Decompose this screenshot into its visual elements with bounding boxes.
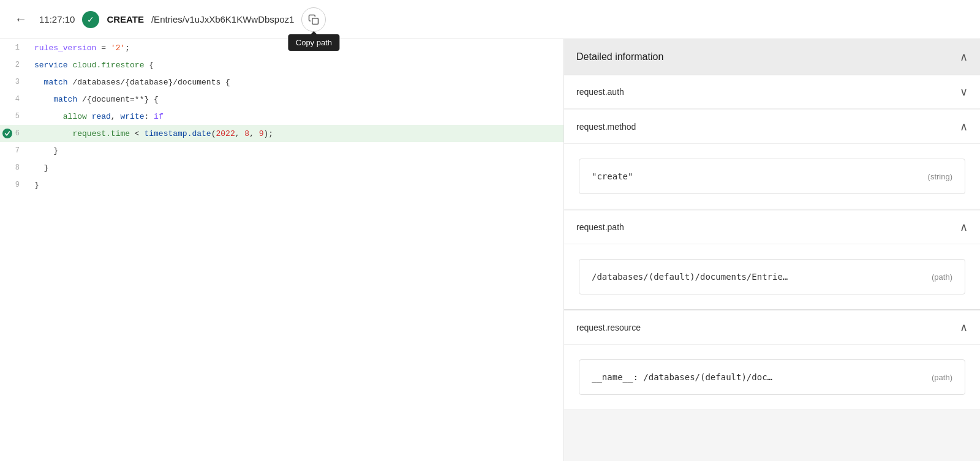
line-indicator (2, 129, 12, 138)
request-method-section: request.method ∧ "create" (string) (564, 110, 980, 209)
code-table: 1 rules_version = '2'; 2 service cloud.f… (0, 39, 564, 193)
path-label: /Entries/v1uJxXb6K1KWwDbspoz1 (151, 14, 294, 24)
line-code: rules_version = '2'; (29, 39, 564, 56)
request-method-value: "create" (592, 171, 633, 181)
code-line-7: 7 } (0, 142, 564, 159)
line-code: match /databases/{database}/documents { (29, 73, 564, 91)
request-method-body: "create" (string) (564, 144, 980, 209)
line-code: request.time < timestamp.date(2022, 8, 9… (29, 125, 564, 142)
request-method-chevron: ∧ (960, 120, 968, 133)
line-number: 3 (0, 73, 29, 91)
line-number: 4 (0, 91, 29, 108)
request-resource-section: request.resource ∧ __name__: /databases/… (564, 311, 980, 410)
request-path-chevron: ∧ (960, 220, 968, 234)
line-number: 1 (0, 39, 29, 56)
request-auth-chevron: ∨ (960, 85, 968, 99)
detailed-information-title: Detailed information (576, 51, 663, 62)
line-number: 2 (0, 56, 29, 73)
svg-rect-0 (312, 18, 318, 24)
code-line-3: 3 match /databases/{database}/documents … (0, 73, 564, 91)
request-method-type: (string) (928, 172, 952, 181)
line-code: } (29, 176, 564, 193)
request-resource-chevron: ∧ (960, 321, 968, 334)
status-icon: ✓ (82, 11, 99, 28)
line-code: match /{document=**} { (29, 91, 564, 108)
line-number: 8 (0, 159, 29, 176)
request-method-header[interactable]: request.method ∧ (564, 110, 980, 144)
request-resource-type: (path) (932, 373, 952, 382)
code-panel: 1 rules_version = '2'; 2 service cloud.f… (0, 39, 564, 461)
detailed-information-header[interactable]: Detailed information ∧ (564, 39, 980, 75)
request-resource-body: __name__: /databases/(default)/doc… (pat… (564, 345, 980, 410)
request-path-section: request.path ∧ /databases/(default)/docu… (564, 211, 980, 310)
line-code: service cloud.firestore { (29, 56, 564, 73)
timestamp: 11:27:10 (39, 14, 75, 24)
request-method-value-row: "create" (string) (579, 159, 965, 194)
request-path-value: /databases/(default)/documents/Entrie… (592, 272, 788, 282)
request-path-type: (path) (932, 272, 952, 282)
line-number: 7 (0, 142, 29, 159)
request-auth-section: request.auth ∨ (564, 75, 980, 109)
line-number: 6 (0, 125, 29, 142)
line-code: } (29, 142, 564, 159)
request-path-value-row: /databases/(default)/documents/Entrie… (… (579, 259, 965, 294)
header-bar: ← 11:27:10 ✓ CREATE /Entries/v1uJxXb6K1K… (0, 0, 980, 39)
line-code: } (29, 159, 564, 176)
detailed-information-chevron: ∧ (960, 50, 968, 64)
code-line-4: 4 match /{document=**} { (0, 91, 564, 108)
code-line-9: 9 } (0, 176, 564, 193)
request-resource-header[interactable]: request.resource ∧ (564, 311, 980, 345)
line-number: 9 (0, 176, 29, 193)
code-line-6: 6 request.time < timestamp.date(2022, 8,… (0, 125, 564, 142)
line-code: allow read, write: if (29, 108, 564, 125)
request-path-label: request.path (576, 222, 624, 232)
right-panel: Detailed information ∧ request.auth ∨ re… (564, 39, 980, 461)
code-line-8: 8 } (0, 159, 564, 176)
request-resource-value-row: __name__: /databases/(default)/doc… (pat… (579, 359, 965, 395)
request-path-body: /databases/(default)/documents/Entrie… (… (564, 244, 980, 310)
back-button[interactable]: ← (10, 9, 32, 31)
request-auth-header[interactable]: request.auth ∨ (564, 75, 980, 109)
request-resource-label: request.resource (576, 323, 641, 332)
code-line-1: 1 rules_version = '2'; (0, 39, 564, 56)
code-line-5: 5 allow read, write: if (0, 108, 564, 125)
main-content: 1 rules_version = '2'; 2 service cloud.f… (0, 39, 980, 461)
request-auth-label: request.auth (576, 87, 624, 97)
code-line-2: 2 service cloud.firestore { (0, 56, 564, 73)
request-path-header[interactable]: request.path ∧ (564, 211, 980, 244)
request-resource-value: __name__: /databases/(default)/doc… (592, 372, 772, 382)
request-method-label: request.method (576, 122, 636, 132)
line-number: 5 (0, 108, 29, 125)
method-label: CREATE (107, 14, 144, 24)
copy-path-button[interactable] (301, 7, 326, 32)
